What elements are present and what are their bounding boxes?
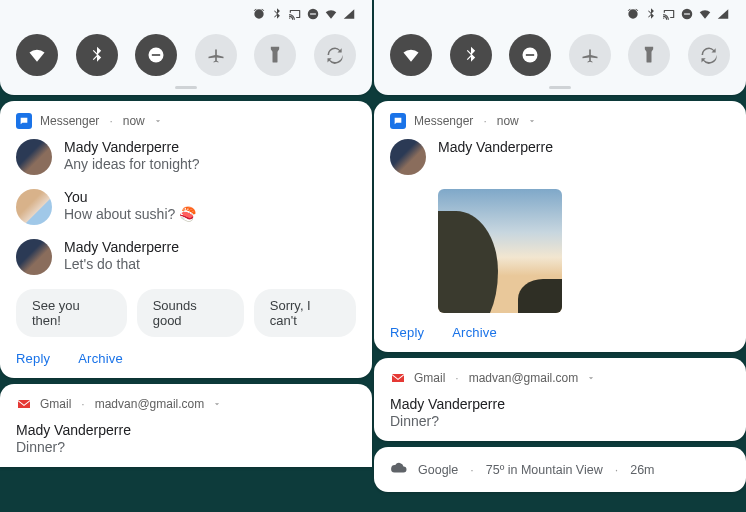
gmail-sender: Mady Vanderperre [390,396,730,412]
gmail-subject: Dinner? [390,413,730,429]
smart-reply-chip[interactable]: Sorry, I can't [254,289,356,337]
qs-rotate-toggle[interactable] [314,34,356,76]
qs-bluetooth-toggle[interactable] [450,34,492,76]
messenger-app-icon [16,113,32,129]
reply-button[interactable]: Reply [16,351,50,366]
gmail-subject: Dinner? [16,439,356,455]
alarm-icon [626,7,640,24]
message-sender: Mady Vanderperre [64,139,199,155]
svg-rect-1 [310,13,316,14]
weather-age: 26m [630,463,654,477]
gmail-notification[interactable]: Gmail madvan@gmail.com Mady Vanderperre … [0,384,372,467]
avatar [16,239,52,275]
qs-dnd-toggle[interactable] [509,34,551,76]
cast-icon [662,7,676,24]
messenger-notification[interactable]: Messenger now Mady Vanderperre Any ideas… [0,101,372,378]
gmail-account: madvan@gmail.com [469,371,579,385]
quick-settings-toggles [12,24,360,84]
svg-rect-7 [526,54,534,56]
message-sender: You [64,189,196,205]
qs-bluetooth-toggle[interactable] [76,34,118,76]
message-text: Let's do that [64,256,179,272]
separator-dot [79,397,86,411]
signal-icon [342,7,356,24]
avatar [16,139,52,175]
message-row: Mady Vanderperre Let's do that [16,239,356,275]
wifi-icon [324,7,338,24]
dnd-icon [680,7,694,24]
notification-header[interactable]: Messenger now [16,113,356,129]
message-text: Any ideas for tonight? [64,156,199,172]
svg-rect-3 [152,54,160,56]
notification-time: now [123,114,145,128]
wifi-icon [698,7,712,24]
signal-icon [716,7,730,24]
notification-time: now [497,114,519,128]
gmail-app-icon [16,396,32,412]
quick-settings-panel [374,0,746,95]
app-name-label: Messenger [414,114,473,128]
alarm-icon [252,7,266,24]
messenger-app-icon [390,113,406,129]
status-bar [386,6,734,24]
phone-right: Messenger now Mady Vanderperre Reply Arc… [374,0,746,512]
message-row: Mady Vanderperre Any ideas for tonight? [16,139,356,175]
weather-row: Google 75º in Mountain View 26m [390,459,730,480]
chevron-down-icon [153,116,163,126]
separator-dot [453,371,460,385]
message-sender: Mady Vanderperre [438,139,553,155]
smart-reply-chip[interactable]: Sounds good [137,289,244,337]
weather-summary: 75º in Mountain View [486,463,603,477]
avatar [16,189,52,225]
notification-header[interactable]: Gmail madvan@gmail.com [390,370,730,386]
separator-dot [481,114,488,128]
message-text: How about sushi? 🍣 [64,206,196,222]
qs-rotate-toggle[interactable] [688,34,730,76]
bluetooth-icon [270,7,284,24]
image-attachment-thumbnail[interactable] [438,189,562,313]
separator-dot [613,463,620,477]
status-bar [12,6,360,24]
gmail-account: madvan@gmail.com [95,397,205,411]
qs-flashlight-toggle[interactable] [628,34,670,76]
smart-reply-chips: See you then! Sounds good Sorry, I can't [16,289,356,337]
separator-dot [468,463,475,477]
notification-actions: Reply Archive [390,325,730,340]
quick-settings-drag-handle[interactable] [549,86,571,89]
avatar [390,139,426,175]
chevron-down-icon [212,399,222,409]
smart-reply-chip[interactable]: See you then! [16,289,127,337]
gmail-app-icon [390,370,406,386]
qs-wifi-toggle[interactable] [16,34,58,76]
weather-source: Google [418,463,458,477]
phone-left: Messenger now Mady Vanderperre Any ideas… [0,0,372,512]
dnd-icon [306,7,320,24]
quick-settings-drag-handle[interactable] [175,86,197,89]
archive-button[interactable]: Archive [78,351,123,366]
weather-notification[interactable]: Google 75º in Mountain View 26m [374,447,746,492]
qs-airplane-toggle[interactable] [195,34,237,76]
qs-flashlight-toggle[interactable] [254,34,296,76]
messenger-notification[interactable]: Messenger now Mady Vanderperre Reply Arc… [374,101,746,352]
bluetooth-icon [644,7,658,24]
qs-airplane-toggle[interactable] [569,34,611,76]
gmail-notification[interactable]: Gmail madvan@gmail.com Mady Vanderperre … [374,358,746,441]
cast-icon [288,7,302,24]
qs-dnd-toggle[interactable] [135,34,177,76]
svg-rect-5 [684,13,690,14]
archive-button[interactable]: Archive [452,325,497,340]
quick-settings-toggles [386,24,734,84]
notification-header[interactable]: Messenger now [390,113,730,129]
message-row: Mady Vanderperre [390,139,730,175]
message-sender: Mady Vanderperre [64,239,179,255]
notification-actions: Reply Archive [16,351,356,366]
notification-header[interactable]: Gmail madvan@gmail.com [16,396,356,412]
qs-wifi-toggle[interactable] [390,34,432,76]
gmail-sender: Mady Vanderperre [16,422,356,438]
app-name-label: Messenger [40,114,99,128]
message-row: You How about sushi? 🍣 [16,189,356,225]
app-name-label: Gmail [414,371,445,385]
reply-button[interactable]: Reply [390,325,424,340]
separator-dot [107,114,114,128]
cloud-icon [390,459,408,480]
